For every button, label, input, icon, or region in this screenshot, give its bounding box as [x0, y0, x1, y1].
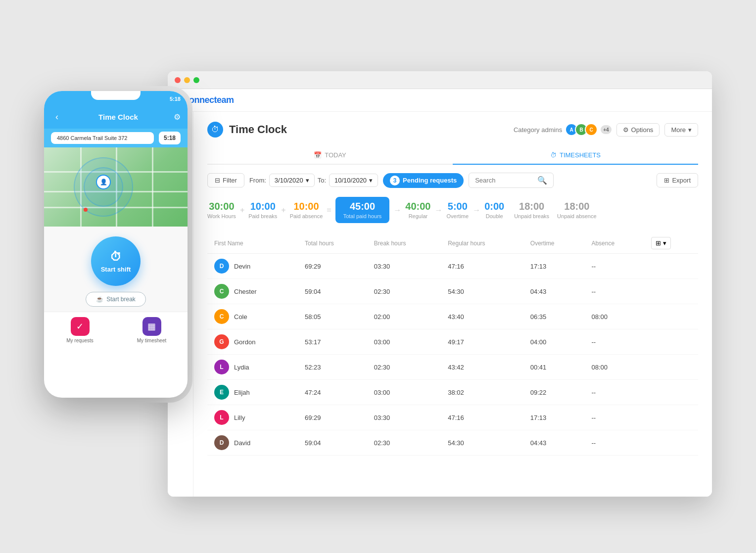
- arrow-separator-2: →: [435, 206, 443, 215]
- filter-icon: ⊟: [215, 177, 220, 184]
- chevron-down-icon: ▾: [369, 177, 373, 184]
- absence-cell: --: [584, 254, 644, 279]
- col-regular-hours: Regular hours: [441, 233, 523, 254]
- stat-paid-absence: 10:00 Paid absence: [290, 201, 323, 219]
- user-name: David: [234, 439, 250, 447]
- stats-row: 30:00 Work Hours + 10:00 Paid breaks + 1…: [207, 197, 698, 223]
- overtime-cell: 04:43: [523, 279, 585, 304]
- total-hours-cell: 59:04: [298, 430, 367, 456]
- overtime-cell: 09:22: [523, 380, 585, 405]
- absence-cell: --: [584, 380, 644, 405]
- page-title-area: ⏱ Time Clock: [207, 122, 287, 138]
- to-date-picker[interactable]: 10/10/2020 ▾: [329, 174, 378, 187]
- maximize-button[interactable]: [193, 77, 199, 83]
- stat-overtime: 5:00 Overtime: [447, 201, 469, 219]
- app-header: cconnecteam: [168, 89, 712, 112]
- stat-unpaid-breaks: 18:00 Unpaid breaks: [514, 201, 549, 219]
- table-row[interactable]: D David 59:04 02:30 54:30 04:43 --: [207, 430, 698, 456]
- plus-separator-2: +: [281, 206, 285, 215]
- page-header: ⏱ Time Clock Category admins A B C: [207, 122, 698, 138]
- total-hours-cell: 53:17: [298, 329, 367, 355]
- table-row[interactable]: L Lilly 69:29 03:30 47:16 17:13 --: [207, 405, 698, 430]
- col-break-hours: Break hours: [367, 233, 441, 254]
- from-date-picker[interactable]: 3/10/2020 ▾: [269, 174, 315, 187]
- phone-time-badge: 5:18: [159, 132, 181, 144]
- timesheets-icon: ⏱: [550, 151, 557, 159]
- map-location-dot: [84, 208, 88, 212]
- chevron-down-icon: ▾: [688, 126, 692, 134]
- total-hours-cell: 47:24: [298, 380, 367, 405]
- overtime-cell: 17:13: [523, 254, 585, 279]
- stat-unpaid-absence: 18:00 Unpaid absence: [557, 201, 597, 219]
- phone-status-time: 5:18: [170, 96, 181, 102]
- export-button[interactable]: ⊞ Export: [657, 173, 698, 187]
- start-shift-button[interactable]: ⏱ Start shift: [91, 236, 141, 286]
- stat-double: 0:00 Double: [484, 201, 504, 219]
- table-settings-button[interactable]: ⊞ ▾: [651, 237, 671, 249]
- admin-count: +4: [601, 125, 611, 134]
- stat-paid-breaks: 10:00 Paid breaks: [248, 201, 277, 219]
- regular-hours-cell: 54:30: [441, 430, 523, 456]
- window-titlebar: [168, 71, 712, 89]
- total-hours-cell: 52:23: [298, 355, 367, 380]
- regular-hours-cell: 49:17: [441, 329, 523, 355]
- break-hours-cell: 03:30: [367, 405, 441, 430]
- phone-start-shift: ⏱ Start shift ☕ Start break: [44, 227, 188, 312]
- search-box[interactable]: 🔍: [469, 173, 554, 188]
- phone-bottom-nav: ✓ My requests ▦ My timesheet: [44, 312, 188, 345]
- page-title: Time Clock: [229, 123, 287, 136]
- mobile-phone: 5:18 ‹ Time Clock ⚙ 4860 Carmela Trail S…: [44, 91, 188, 398]
- regular-hours-cell: 47:16: [441, 405, 523, 430]
- break-hours-cell: 02:30: [367, 355, 441, 380]
- tab-timesheets[interactable]: ⏱ TIMESHEETS: [453, 146, 698, 165]
- options-button[interactable]: ⚙ Options: [616, 123, 660, 137]
- phone-address: 4860 Carmela Trail Suite 372: [51, 132, 154, 144]
- user-name: Devin: [234, 263, 250, 270]
- phone-notch-bar: 5:18: [44, 91, 188, 107]
- total-hours-cell: 58:05: [298, 304, 367, 329]
- admin-avatar: C: [585, 123, 598, 136]
- more-button[interactable]: More ▾: [664, 123, 698, 137]
- pending-requests-button[interactable]: 3 Pending requests: [383, 173, 464, 188]
- gear-icon: ⚙: [623, 126, 629, 134]
- page-header-actions: Category admins A B C +4 ⚙ Options: [514, 123, 698, 137]
- regular-hours-cell: 54:30: [441, 279, 523, 304]
- break-hours-cell: 03:00: [367, 380, 441, 405]
- arrow-separator: →: [393, 206, 401, 215]
- regular-hours-cell: 47:16: [441, 254, 523, 279]
- back-button[interactable]: ‹: [51, 111, 63, 123]
- start-break-button[interactable]: ☕ Start break: [86, 292, 146, 307]
- phone-nav-my-timesheet[interactable]: ▦ My timesheet: [116, 317, 188, 343]
- total-hours-cell: 69:29: [298, 254, 367, 279]
- user-name: Elijah: [234, 389, 250, 396]
- close-button[interactable]: [175, 77, 181, 83]
- table-row[interactable]: L Lydia 52:23 02:30 43:42 00:41 08:00: [207, 355, 698, 380]
- admin-avatars: A B C: [565, 123, 598, 136]
- chevron-down-icon: ▾: [306, 177, 309, 184]
- phone-nav-my-requests[interactable]: ✓ My requests: [44, 317, 116, 343]
- absence-cell: --: [584, 430, 644, 456]
- coffee-icon: ☕: [96, 296, 103, 303]
- user-name: Chester: [234, 288, 257, 295]
- user-name: Cole: [234, 313, 247, 321]
- minimize-button[interactable]: [184, 77, 190, 83]
- tab-today[interactable]: 📅 TODAY: [207, 146, 453, 165]
- table-row[interactable]: E Elijah 47:24 03:00 38:02 09:22 --: [207, 380, 698, 405]
- overtime-cell: 00:41: [523, 355, 585, 380]
- phone-settings-icon[interactable]: ⚙: [174, 112, 181, 122]
- category-admins: Category admins A B C +4: [514, 123, 612, 136]
- phone-address-bar: 4860 Carmela Trail Suite 372 5:18: [44, 129, 188, 147]
- table-row[interactable]: D Devin 69:29 03:30 47:16 17:13 --: [207, 254, 698, 279]
- app-logo: cconnecteam: [180, 95, 234, 105]
- absence-cell: --: [584, 279, 644, 304]
- table-row[interactable]: C Cole 58:05 02:00 43:40 06:35 08:00: [207, 304, 698, 329]
- search-input[interactable]: [475, 177, 534, 184]
- plus-separator: +: [240, 206, 244, 215]
- table-row[interactable]: C Chester 59:04 02:30 54:30 04:43 --: [207, 279, 698, 304]
- break-hours-cell: 02:30: [367, 279, 441, 304]
- regular-hours-cell: 38:02: [441, 380, 523, 405]
- tabs-bar: 📅 TODAY ⏱ TIMESHEETS: [207, 146, 698, 165]
- table-row[interactable]: G Gordon 53:17 03:00 49:17 04:00 --: [207, 329, 698, 355]
- stat-regular: 40:00 Regular: [405, 201, 430, 219]
- filter-button[interactable]: ⊟ Filter: [207, 173, 244, 187]
